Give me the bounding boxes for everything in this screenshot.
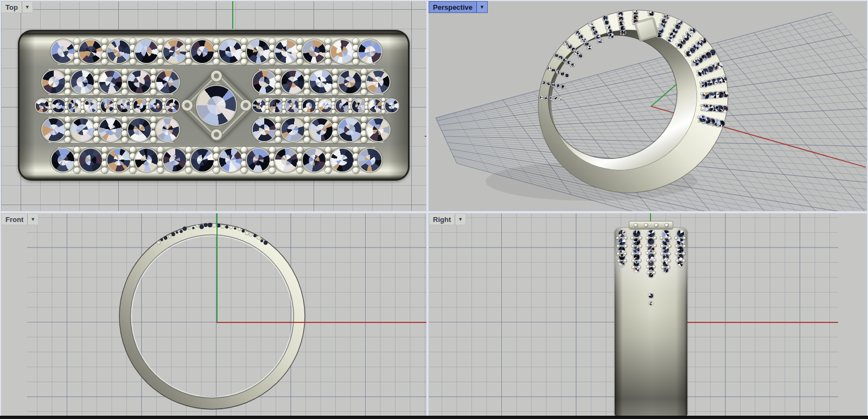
cad-app-window: Top ▼ Persp — [0, 0, 868, 419]
metal-prong — [93, 130, 100, 137]
diamond-stone — [633, 246, 640, 253]
metal-prong — [150, 123, 157, 129]
metal-prong — [93, 123, 100, 129]
diamond-stone — [191, 40, 214, 63]
metal-prong — [332, 68, 339, 75]
diamond-stone — [253, 118, 276, 141]
metal-prong — [304, 89, 310, 96]
metal-prong — [304, 68, 310, 75]
metal-prong — [275, 68, 282, 75]
metal-prong — [213, 38, 220, 45]
metal-prong — [668, 259, 671, 262]
metal-prong — [325, 45, 331, 51]
bezel-prong — [210, 70, 222, 82]
metal-prong — [97, 110, 101, 114]
metal-prong — [668, 237, 671, 239]
metal-prong — [361, 68, 367, 75]
diamond-stone — [618, 238, 626, 245]
metal-prong — [150, 137, 157, 143]
metal-prong — [74, 147, 80, 153]
metal-prong — [617, 252, 620, 255]
metal-prong — [653, 252, 656, 255]
viewport-title: Top — [2, 3, 22, 11]
metal-prong — [361, 116, 367, 123]
diamond-stone — [36, 99, 49, 112]
diamond-stone — [275, 40, 298, 63]
diamond-stone — [128, 118, 151, 141]
diamond-stone — [286, 99, 299, 112]
viewport-perspective[interactable]: Perspective ▼ — [429, 1, 867, 211]
metal-prong — [325, 161, 331, 167]
metal-prong — [101, 38, 108, 45]
diamond-stone — [677, 230, 684, 237]
metal-prong — [304, 123, 310, 129]
viewport-menu-icon[interactable]: ▼ — [27, 214, 38, 225]
metal-prong — [122, 123, 128, 129]
viewport-front[interactable]: Front ▼ — [1, 213, 426, 416]
diamond-stone — [663, 268, 668, 272]
ring-front-view — [1, 213, 426, 416]
metal-prong — [74, 167, 80, 174]
metal-prong — [624, 252, 627, 255]
viewport-top[interactable]: Top ▼ — [1, 1, 426, 211]
metal-prong — [617, 245, 620, 247]
metal-prong — [653, 259, 656, 262]
metal-prong — [269, 52, 276, 59]
metal-prong — [186, 167, 192, 174]
metal-prong — [646, 244, 649, 247]
front-view-x-axis — [216, 322, 426, 323]
metal-prong — [150, 130, 157, 137]
diamond-stone — [68, 99, 81, 112]
metal-prong — [639, 259, 641, 262]
metal-prong — [130, 38, 136, 45]
metal-prong — [381, 110, 386, 114]
viewport-label-right[interactable]: Right ▼ — [429, 213, 466, 225]
viewport-label-perspective[interactable]: Perspective ▼ — [429, 1, 488, 13]
metal-prong — [186, 59, 192, 65]
diamond-stone — [662, 246, 669, 253]
metal-prong — [304, 82, 310, 89]
viewport-menu-icon[interactable]: ▼ — [22, 2, 33, 12]
metal-prong — [616, 237, 619, 239]
diamond-stone — [197, 86, 236, 125]
viewport-menu-icon[interactable]: ▼ — [476, 2, 487, 12]
diamond-stone — [99, 71, 122, 93]
metal-prong — [646, 237, 649, 239]
diamond-stone — [282, 118, 304, 141]
metal-prong — [348, 98, 353, 102]
metal-prong — [332, 123, 339, 129]
diamond-stone — [247, 149, 270, 172]
bezel-prong — [181, 99, 193, 111]
diamond-stone — [336, 99, 349, 112]
diamond-stone — [385, 99, 398, 112]
metal-prong — [81, 110, 85, 114]
diamond-stone — [310, 71, 333, 93]
metal-prong — [361, 75, 367, 81]
metal-prong — [315, 98, 320, 102]
metal-prong — [157, 38, 164, 45]
viewport-label-top[interactable]: Top ▼ — [1, 1, 33, 13]
viewport-title: Perspective — [429, 3, 476, 11]
diamond-stone — [85, 99, 98, 112]
diamond-stone — [303, 99, 316, 112]
metal-prong — [668, 245, 671, 247]
metal-prong — [361, 137, 367, 143]
viewport-label-front[interactable]: Front ▼ — [1, 213, 39, 225]
viewport-menu-icon[interactable]: ▼ — [455, 214, 465, 225]
metal-prong — [348, 110, 353, 114]
bezel-prong — [210, 129, 222, 141]
diamond-stone — [42, 71, 65, 93]
metal-prong — [654, 237, 656, 239]
diamond-stone — [619, 261, 624, 266]
metal-prong — [631, 252, 634, 255]
diamond-stone — [219, 40, 242, 63]
bezel-prong — [240, 99, 252, 111]
metal-prong — [660, 237, 663, 239]
diamond-stone — [156, 118, 179, 141]
viewport-right[interactable]: Right ▼ — [429, 213, 867, 416]
metal-prong — [631, 245, 634, 247]
metal-prong — [122, 116, 128, 123]
pave-stones-right-view — [429, 213, 867, 416]
diamond-stone — [310, 118, 333, 141]
metal-prong — [74, 38, 80, 45]
